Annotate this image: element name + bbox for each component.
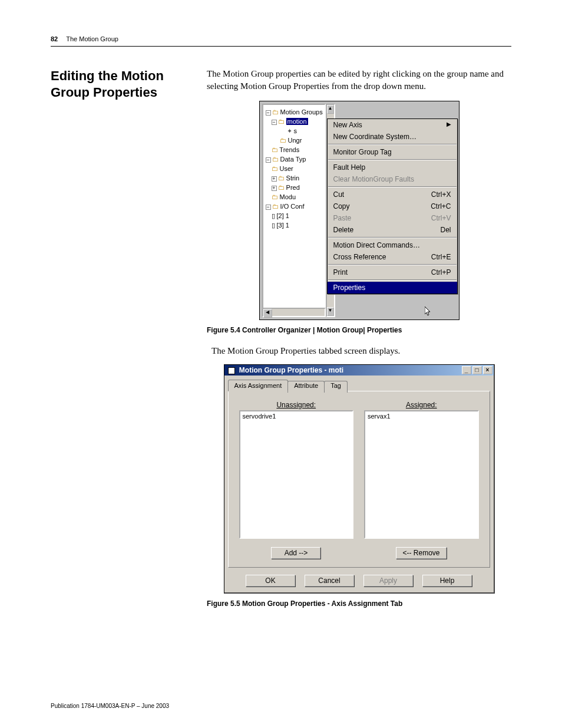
tree-item[interactable]: I/O Conf [280,203,305,210]
tab-attribute[interactable]: Attribute [287,381,325,393]
list-item[interactable]: servodrive1 [243,413,351,420]
expand-icon[interactable]: + [272,186,277,191]
scroll-down-icon[interactable]: ▼ [327,307,334,316]
section-heading: Editing the Motion Group Properties [51,68,189,100]
help-button[interactable]: Help [422,575,472,587]
folder-icon: 🗀 [272,203,279,210]
menu-item[interactable]: CutCtrl+X [328,189,457,200]
menu-item-label: Copy [333,202,350,210]
expand-icon[interactable]: − [266,157,271,163]
folder-icon: 🗀 [272,156,279,163]
tab-tag[interactable]: Tag [324,381,348,393]
scroll-left-icon[interactable]: ◀ [263,309,272,318]
expand-icon[interactable]: − [266,205,271,210]
folder-icon: 🗀 [278,174,285,182]
header-rule [51,46,511,47]
menu-item[interactable]: Cross ReferenceCtrl+E [328,251,457,263]
menu-item[interactable]: New Coordinate System… [328,131,457,143]
menu-separator [328,237,457,238]
close-icon[interactable]: × [483,366,492,374]
unassigned-list[interactable]: servodrive1 [239,410,354,539]
expand-icon[interactable]: − [272,120,277,125]
menu-item-label: Cross Reference [333,253,386,261]
menu-separator [328,144,457,145]
tree-item[interactable]: User [280,165,293,172]
unassigned-label: Unassigned: [239,401,354,409]
dialog-title: Motion Group Properties - moti [239,366,343,374]
tab-panel: Unassigned: servodrive1 Assigned: servax… [228,391,490,568]
tree-item[interactable]: s [294,127,297,134]
tree-item[interactable]: Motion Groups [280,108,323,116]
apply-button[interactable]: Apply [363,575,413,587]
menu-shortcut: Del [440,226,451,234]
menu-separator [328,186,457,187]
folder-icon: 🗀 [272,146,278,153]
maximize-icon[interactable]: □ [472,366,482,374]
minimize-icon[interactable]: _ [462,366,471,374]
tab-row: Axis Assignment Attribute Tag [224,375,494,391]
tree-item[interactable]: Modu [280,193,296,200]
menu-item[interactable]: New Axis▶ [328,119,457,131]
tree-item[interactable]: [3] 1 [277,222,289,229]
menu-shortcut: Ctrl+C [431,202,451,210]
add-button[interactable]: Add --> [271,547,320,559]
menu-shortcut: Ctrl+V [431,214,451,222]
cancel-button[interactable]: Cancel [305,575,354,587]
menu-item[interactable]: Fault Help [328,162,457,173]
menu-item-label: Cut [333,190,345,199]
scroll-up-icon[interactable]: ▲ [327,105,334,114]
folder-icon: 🗀 [272,108,279,116]
menu-item-label: New Axis [333,121,362,129]
tree-item[interactable]: Strin [286,174,300,182]
horizontal-scrollbar[interactable]: ◀ [262,308,326,317]
menu-item[interactable]: DeleteDel [328,224,457,236]
remove-button[interactable]: <-- Remove [396,547,446,559]
tree-item[interactable]: Trends [279,146,299,153]
menu-item[interactable]: CopyCtrl+C [328,200,457,212]
menu-item-label: Clear MotionGroup Faults [333,175,414,183]
menu-item: PasteCtrl+V [328,212,457,224]
module-icon: ▯ [272,222,275,229]
expand-icon[interactable]: + [272,176,277,182]
axis-icon: ✦ [287,127,292,134]
menu-item: Clear MotionGroup Faults [328,173,457,185]
folder-icon: 🗀 [278,118,285,125]
assigned-list[interactable]: servax1 [364,410,479,539]
menu-separator [328,159,457,160]
mid-paragraph: The Motion Group Properties tabbed scree… [211,345,511,357]
menu-separator [328,279,457,281]
chapter-title: The Motion Group [66,35,118,42]
menu-item-label: Fault Help [333,163,366,172]
menu-item[interactable]: PrintCtrl+P [328,266,457,278]
tree-item[interactable]: [2] 1 [277,212,289,219]
ok-button[interactable]: OK [246,575,295,587]
list-item[interactable]: servax1 [368,413,475,420]
menu-item[interactable]: Properties [328,282,457,294]
menu-item[interactable]: Motion Direct Commands… [328,239,457,251]
submenu-arrow-icon: ▶ [447,121,451,129]
figure-dialog: Motion Group Properties - moti _ □ × Axi… [224,364,495,594]
context-menu: New Axis▶New Coordinate System…Monitor G… [327,118,458,294]
figure-context-menu: −🗀 Motion Groups −🗀 motion ✦ s 🗀 Ungr 🗀 … [259,101,459,320]
assigned-label: Assigned: [364,401,479,409]
menu-item-label: Properties [333,284,366,292]
tree-item[interactable]: Pred [286,184,300,191]
expand-icon[interactable]: − [266,110,271,116]
menu-item-label: Monitor Group Tag [333,148,392,156]
tree-item[interactable]: Data Typ [280,156,306,163]
page-number: 82 [51,35,58,42]
module-icon: ▯ [272,212,275,219]
folder-icon: 🗀 [280,137,286,144]
tree-pane[interactable]: −🗀 Motion Groups −🗀 motion ✦ s 🗀 Ungr 🗀 … [262,104,326,317]
folder-icon: 🗀 [278,184,285,191]
menu-item-label: Paste [333,214,352,222]
tree-item[interactable]: Ungr [288,137,302,144]
publication-footer: Publication 1784-UM003A-EN-P – June 2003 [51,703,169,709]
app-icon [228,367,235,374]
tab-axis-assignment[interactable]: Axis Assignment [228,380,289,391]
menu-item[interactable]: Monitor Group Tag [328,146,457,158]
dialog-titlebar[interactable]: Motion Group Properties - moti _ □ × [224,365,494,375]
figure-caption: Figure 5.5 Motion Group Properties - Axi… [207,599,511,608]
folder-icon: 🗀 [272,165,278,172]
tree-item-selected[interactable]: motion [286,118,308,125]
